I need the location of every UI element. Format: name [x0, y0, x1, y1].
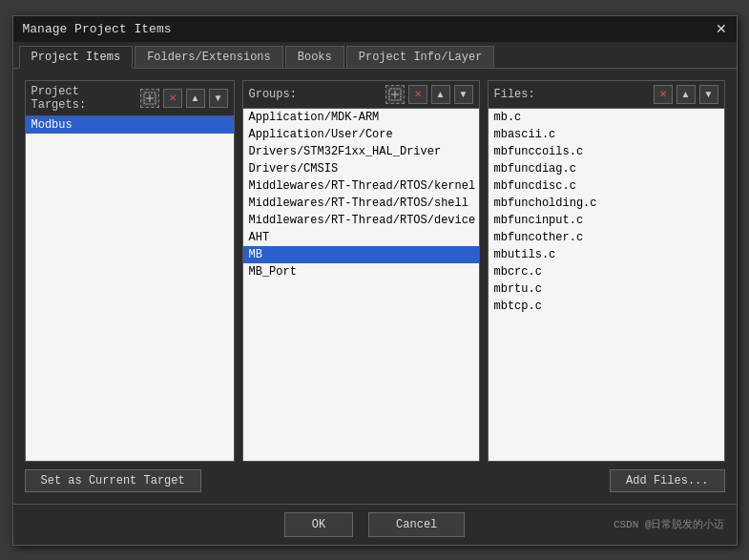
tab-folders-extensions[interactable]: Folders/Extensions — [135, 46, 283, 68]
groups-list: Application/MDK-ARM Application/User/Cor… — [243, 109, 479, 461]
list-item[interactable]: Middlewares/RT-Thread/RTOS/shell — [243, 195, 479, 212]
targets-list: Modbus — [26, 116, 234, 461]
targets-panel: Project Targets: ✕ ▲ ▼ Modbus — [25, 80, 235, 462]
list-item[interactable]: mbfuncdisc.c — [489, 177, 724, 195]
targets-panel-header: Project Targets: ✕ ▲ ▼ — [26, 81, 234, 116]
targets-down-button[interactable]: ▼ — [209, 89, 228, 108]
tab-books[interactable]: Books — [285, 46, 344, 68]
files-delete-button[interactable]: ✕ — [654, 85, 673, 104]
title-bar: Manage Project Items ✕ — [13, 16, 737, 42]
tab-project-items[interactable]: Project Items — [19, 46, 134, 69]
close-button[interactable]: ✕ — [716, 22, 727, 35]
set-as-current-target-button[interactable]: Set as Current Target — [25, 469, 201, 492]
targets-panel-title: Project Targets: — [31, 85, 136, 112]
list-item[interactable]: mbtcp.c — [489, 298, 724, 315]
manage-project-items-dialog: Manage Project Items ✕ Project Items Fol… — [12, 15, 738, 546]
list-item[interactable]: AHT — [243, 229, 479, 246]
tabs-bar: Project Items Folders/Extensions Books P… — [13, 42, 737, 69]
footer: OK Cancel CSDN @日常脱发的小迈 — [13, 504, 737, 545]
list-item[interactable]: mbutils.c — [489, 246, 724, 263]
list-item[interactable]: Middlewares/RT-Thread/RTOS/device — [243, 212, 479, 229]
targets-up-button[interactable]: ▲ — [186, 89, 205, 108]
list-item[interactable]: mbfunccoils.c — [489, 143, 724, 160]
groups-delete-button[interactable]: ✕ — [408, 85, 427, 104]
list-item[interactable]: Drivers/STM32F1xx_HAL_Driver — [243, 143, 479, 160]
ok-button[interactable]: OK — [284, 512, 353, 537]
groups-panel-title: Groups: — [249, 88, 382, 101]
list-item[interactable]: MB — [243, 246, 479, 263]
groups-new-button[interactable] — [385, 85, 405, 104]
files-panel-title: Files: — [494, 88, 650, 101]
groups-down-button[interactable]: ▼ — [454, 85, 473, 104]
content-area: Project Targets: ✕ ▲ ▼ Modbus — [13, 69, 737, 504]
list-item[interactable]: mbascii.c — [489, 126, 724, 143]
targets-new-button[interactable] — [140, 89, 159, 108]
dialog-title: Manage Project Items — [23, 22, 172, 36]
panels: Project Targets: ✕ ▲ ▼ Modbus — [25, 80, 725, 462]
list-item[interactable]: Application/MDK-ARM — [243, 109, 479, 126]
list-item[interactable]: mbfuncother.c — [489, 229, 724, 246]
files-up-button[interactable]: ▲ — [676, 85, 696, 104]
groups-panel: Groups: ✕ ▲ ▼ Application/MDK-ARM Appli — [242, 80, 480, 462]
targets-delete-button[interactable]: ✕ — [163, 89, 182, 108]
list-item[interactable]: MB_Port — [243, 263, 479, 280]
cancel-button[interactable]: Cancel — [368, 512, 465, 537]
list-item[interactable]: Middlewares/RT-Thread/RTOS/kernel — [243, 177, 479, 195]
list-item[interactable]: Modbus — [26, 116, 234, 134]
list-item[interactable]: Application/User/Core — [243, 126, 479, 143]
list-item[interactable]: mb.c — [489, 109, 724, 126]
list-item[interactable]: mbfuncholding.c — [489, 195, 724, 212]
bottom-row: Set as Current Target Add Files... — [25, 462, 725, 492]
groups-panel-header: Groups: ✕ ▲ ▼ — [243, 81, 479, 109]
files-down-button[interactable]: ▼ — [699, 85, 718, 104]
files-panel-header: Files: ✕ ▲ ▼ — [489, 81, 724, 109]
watermark: CSDN @日常脱发的小迈 — [614, 517, 725, 531]
list-item[interactable]: mbfuncinput.c — [489, 212, 724, 229]
groups-up-button[interactable]: ▲ — [431, 85, 450, 104]
list-item[interactable]: Drivers/CMSIS — [243, 160, 479, 177]
list-item[interactable]: mbfuncdiag.c — [489, 160, 724, 177]
tab-project-info-layer[interactable]: Project Info/Layer — [346, 46, 495, 68]
list-item[interactable]: mbrtu.c — [489, 280, 724, 298]
files-list: mb.c mbascii.c mbfunccoils.c mbfuncdiag.… — [489, 109, 724, 461]
add-files-button[interactable]: Add Files... — [610, 469, 724, 492]
list-item[interactable]: mbcrc.c — [489, 263, 724, 280]
files-panel: Files: ✕ ▲ ▼ mb.c mbascii.c mbfunccoils.… — [488, 80, 725, 462]
